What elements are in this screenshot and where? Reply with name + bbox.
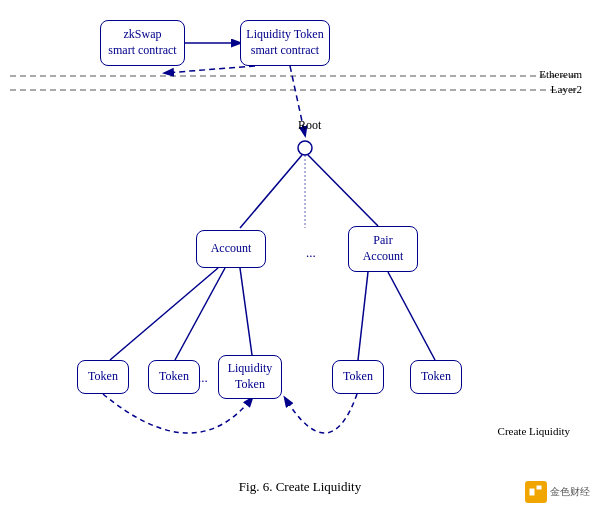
dots-tokens: ... [198, 370, 208, 386]
token4-node: Token [410, 360, 462, 394]
diagram-svg [0, 0, 600, 525]
token1-label: Token [88, 369, 118, 385]
watermark-icon [525, 481, 547, 503]
watermark-text: 金色财经 [550, 485, 590, 499]
svg-line-11 [240, 268, 252, 355]
root-label: Root [298, 118, 321, 133]
token4-label: Token [421, 369, 451, 385]
liquidity-token-node: LiquidityToken [218, 355, 282, 399]
dots-accounts: ... [306, 245, 316, 261]
token3-node: Token [332, 360, 384, 394]
layer2-label: Layer2 [551, 83, 582, 95]
svg-line-3 [165, 66, 255, 73]
account-label: Account [211, 241, 252, 257]
svg-line-9 [110, 268, 218, 360]
token2-node: Token [148, 360, 200, 394]
ethereum-label: Ethereum [539, 68, 582, 80]
svg-line-8 [308, 155, 378, 226]
svg-rect-14 [529, 488, 535, 496]
watermark-svg [528, 484, 544, 500]
token1-node: Token [77, 360, 129, 394]
svg-line-12 [358, 272, 368, 360]
svg-rect-15 [536, 485, 542, 490]
zkswap-node: zkSwapsmart contract [100, 20, 185, 66]
token3-label: Token [343, 369, 373, 385]
liquidity-token-label: LiquidityToken [228, 361, 273, 392]
account-node: Account [196, 230, 266, 268]
svg-point-5 [298, 141, 312, 155]
svg-rect-16 [536, 492, 542, 497]
pair-account-label: PairAccount [363, 233, 404, 264]
watermark: 金色财经 [525, 481, 590, 503]
svg-line-6 [240, 155, 302, 228]
create-liquidity-label: Create Liquidity [498, 425, 570, 437]
svg-line-13 [388, 272, 435, 360]
liquidity-token-contract-node: Liquidity Tokensmart contract [240, 20, 330, 66]
zkswap-label: zkSwapsmart contract [108, 27, 176, 58]
pair-account-node: PairAccount [348, 226, 418, 272]
liquidity-token-contract-label: Liquidity Tokensmart contract [246, 27, 323, 58]
fig-caption: Fig. 6. Create Liquidity [0, 479, 600, 495]
diagram: zkSwapsmart contract Liquidity Tokensmar… [0, 0, 600, 525]
token2-label: Token [159, 369, 189, 385]
svg-line-10 [175, 268, 225, 360]
